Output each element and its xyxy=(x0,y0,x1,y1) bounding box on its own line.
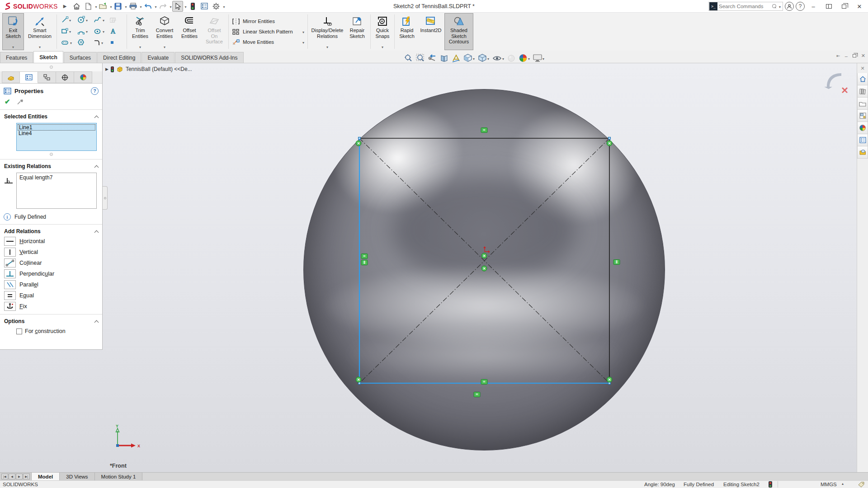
settings-caret[interactable] xyxy=(223,3,225,9)
view-settings-button[interactable] xyxy=(532,54,545,62)
options-list-button[interactable] xyxy=(199,1,210,12)
restore-button[interactable] xyxy=(837,0,851,12)
relation-item[interactable]: Equal length7 xyxy=(19,174,94,181)
add-relation-collinear[interactable]: Collinear xyxy=(4,258,102,268)
exit-sketch-button[interactable]: Exit Sketch xyxy=(2,13,24,50)
instant2d-button[interactable]: Instant2D xyxy=(418,13,443,50)
add-relations-header[interactable]: Add Relations xyxy=(0,227,102,235)
convert-caret[interactable] xyxy=(164,43,165,50)
for-construction-checkbox[interactable] xyxy=(16,328,22,334)
section-view-button[interactable] xyxy=(439,54,449,63)
collapse-chevron-icon[interactable] xyxy=(94,115,99,120)
add-relation-vertical[interactable]: Vertical xyxy=(4,247,102,257)
cancel-sketch-icon[interactable]: ✕ xyxy=(841,85,849,96)
add-relation-fix[interactable]: Fix xyxy=(4,301,102,311)
options-header[interactable]: Options xyxy=(0,317,102,325)
tab-direct-editing[interactable]: Direct Editing xyxy=(97,52,141,63)
display-delete-caret[interactable] xyxy=(326,43,328,50)
polygon-tool[interactable] xyxy=(75,39,85,46)
tab-sketch[interactable]: Sketch xyxy=(33,51,63,63)
ok-check-icon[interactable]: ✔ xyxy=(5,98,10,106)
linear-sketch-pattern-button[interactable]: Linear Sketch Pattern xyxy=(232,27,304,37)
close-button[interactable]: ✕ xyxy=(853,0,866,12)
performance-evaluation-button[interactable] xyxy=(187,1,198,12)
selected-entity-item[interactable]: Line1 xyxy=(18,124,95,131)
select-tool-button[interactable] xyxy=(172,1,183,12)
circle-tool[interactable] xyxy=(75,16,88,23)
apply-scene-caret[interactable] xyxy=(528,55,530,61)
arc-caret[interactable] xyxy=(86,28,88,34)
redo-caret[interactable] xyxy=(170,3,171,9)
listbox-resize-dot[interactable] xyxy=(50,153,53,156)
text-tool[interactable]: A xyxy=(108,28,117,34)
sketch-visibility-button[interactable] xyxy=(451,54,461,63)
relation-badge-equal-left[interactable]: = xyxy=(361,253,368,259)
tab-dimxpert-manager[interactable] xyxy=(56,71,74,83)
print-button[interactable] xyxy=(127,1,138,12)
tab-3d-views[interactable]: 3D Views xyxy=(60,473,94,480)
design-library-button[interactable] xyxy=(857,85,868,98)
mirror-entities-button[interactable]: Mirror Entities xyxy=(232,16,304,27)
existing-relations-header[interactable]: Existing Relations xyxy=(0,162,102,170)
hide-show-items-button[interactable] xyxy=(491,54,505,62)
units-caret-icon[interactable]: ▴ xyxy=(842,482,844,486)
help-button[interactable]: ? xyxy=(796,2,805,11)
trim-caret[interactable] xyxy=(139,43,141,50)
relation-badge-vertical-left[interactable]: ‖ xyxy=(361,260,368,265)
rectangle-tool[interactable] xyxy=(59,28,71,34)
add-relation-horizontal[interactable]: Horizontal xyxy=(4,236,102,246)
line-caret[interactable] xyxy=(69,17,71,23)
relation-badge-coincident-tr[interactable]: ✕ xyxy=(607,141,613,146)
sketch-3d-tool[interactable] xyxy=(108,16,117,23)
shaded-sketch-contours-button[interactable]: Shaded Sketch Contours xyxy=(444,13,473,50)
rectangle-caret[interactable] xyxy=(69,28,71,34)
relation-badge-coincident-center-1[interactable]: ✕ xyxy=(481,253,487,259)
relation-badge-coincident-center-2[interactable]: ✕ xyxy=(481,266,487,272)
relation-badge-equal-bottom[interactable]: = xyxy=(481,379,488,385)
tab-surfaces[interactable]: Surfaces xyxy=(64,52,97,63)
fillet-caret[interactable] xyxy=(101,39,103,46)
relation-badge-vertical-right[interactable]: ‖ xyxy=(613,259,620,265)
apply-scene-button[interactable] xyxy=(518,53,531,63)
for-construction-option[interactable]: For construction xyxy=(16,328,102,334)
status-tag-icon[interactable] xyxy=(858,482,865,488)
pm-help-button[interactable]: ? xyxy=(91,87,99,95)
doc-close-icon[interactable]: ✕ xyxy=(861,53,865,59)
account-button[interactable] xyxy=(785,2,794,11)
graphics-viewport[interactable]: = = ‖ ‖ = = ✕ ✕ ✕ ✕ ✕ ✕ ▶ TennisBall (De… xyxy=(0,63,857,472)
search-icon[interactable] xyxy=(772,4,777,9)
existing-relations-listbox[interactable]: Equal length7 xyxy=(16,173,97,209)
collapse-chevron-icon[interactable] xyxy=(94,165,99,169)
display-style-button[interactable] xyxy=(477,53,490,63)
print-caret[interactable] xyxy=(140,3,142,9)
arc-tool[interactable] xyxy=(75,28,88,34)
view-orientation-button[interactable] xyxy=(462,53,476,63)
tab-nav-first[interactable]: |◀ xyxy=(1,474,8,479)
slot-tool[interactable] xyxy=(59,39,72,46)
tab-nav-last[interactable]: ▶| xyxy=(23,474,30,479)
relation-badge-equal-bottom-2[interactable]: = xyxy=(474,392,481,397)
spline-tool[interactable] xyxy=(92,16,104,23)
task-pane-home-button[interactable] xyxy=(857,73,868,85)
convert-entities-button[interactable]: Convert Entities xyxy=(152,13,177,50)
relation-badge-coincident-br[interactable]: ✕ xyxy=(607,377,613,383)
tab-solidworks-add-ins[interactable]: SOLIDWORKS Add-Ins xyxy=(175,52,243,63)
search-input[interactable] xyxy=(719,4,772,9)
select-caret[interactable] xyxy=(184,3,186,9)
linear-pattern-caret[interactable] xyxy=(302,29,304,34)
ellipse-caret[interactable] xyxy=(103,28,104,34)
add-relation-perpendicular[interactable]: Perpendicular xyxy=(4,269,102,279)
task-pane-close-button[interactable]: ✕ xyxy=(857,63,868,73)
offset-entities-button[interactable]: Offset Entities xyxy=(178,13,201,50)
display-style-caret[interactable] xyxy=(487,55,489,61)
expand-panes-button[interactable] xyxy=(822,0,835,12)
status-traffic-light-icon[interactable] xyxy=(769,481,772,488)
view-orientation-caret[interactable] xyxy=(473,55,475,61)
tree-expand-arrow-icon[interactable]: ▶ xyxy=(105,67,108,71)
selected-entities-header[interactable]: Selected Entities xyxy=(0,113,102,121)
tree-root-label[interactable]: TennisBall (Default) <<De... xyxy=(126,66,192,72)
tab-features[interactable]: Features xyxy=(0,52,33,63)
point-tool[interactable] xyxy=(108,40,114,45)
feature-tree-flyout[interactable]: ▶ TennisBall (Default) <<De... xyxy=(105,66,192,72)
slot-caret[interactable] xyxy=(70,39,72,46)
